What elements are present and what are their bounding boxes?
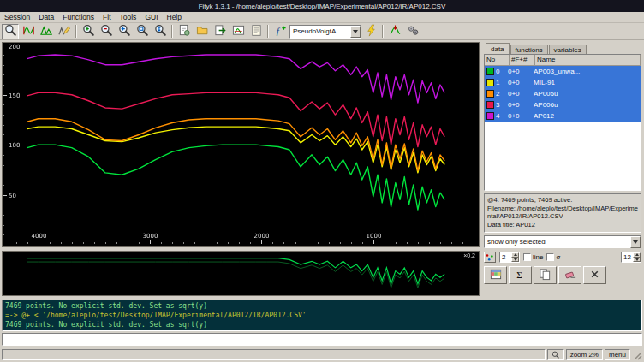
font-size-value: 12: [622, 252, 633, 262]
dataset-color-swatch[interactable]: [486, 112, 494, 120]
dataset-color-swatch[interactable]: [486, 90, 494, 98]
filter-dropdown[interactable]: show only selected: [484, 235, 641, 248]
auto-add-button[interactable]: [362, 24, 379, 39]
show-log-button[interactable]: [247, 24, 265, 39]
point-size-value: 2: [500, 252, 511, 262]
menu-session[interactable]: Session: [0, 13, 34, 21]
auxiliary-plot-canvas[interactable]: [3, 252, 477, 294]
spinner-buttons[interactable]: [511, 252, 519, 262]
add-peak-mode-button[interactable]: [38, 24, 55, 39]
zoom-vert-button[interactable]: [152, 24, 169, 39]
add-function-button[interactable]: f: [271, 24, 289, 39]
dataset-color-swatch[interactable]: [486, 68, 494, 75]
chart-image-icon: [232, 24, 245, 39]
table-icon: [489, 268, 503, 283]
tab-data[interactable]: data: [486, 43, 510, 54]
tab-variables[interactable]: variables: [549, 45, 587, 54]
status-main-segment: [2, 349, 546, 360]
toolbar: fPseudoVoigtA: [0, 23, 644, 40]
output-console[interactable]: 7469 points. No explicit std. dev. Set a…: [2, 300, 642, 331]
menu-gui[interactable]: GUI: [140, 13, 162, 21]
data-grid-header: No#F+#Name: [485, 55, 641, 66]
menu-data[interactable]: Data: [34, 13, 58, 21]
spin-down-icon[interactable]: [511, 258, 519, 263]
menu-help[interactable]: Help: [163, 13, 186, 21]
table-row[interactable]: 40+0AP012: [485, 110, 641, 122]
table-row[interactable]: 10+0MIL-91: [485, 77, 641, 88]
menu-bar: SessionDataFunctionsFitToolsGUIHelp: [0, 12, 644, 23]
erase-data-button[interactable]: [558, 266, 581, 284]
command-input-wrap: [0, 332, 644, 347]
fit-run-button[interactable]: [386, 24, 403, 39]
sidebar-tabs: datafunctionsvariables: [484, 42, 641, 54]
sum-button[interactable]: Σ: [509, 266, 532, 284]
resize-grip[interactable]: [632, 350, 642, 360]
lightning-icon: [365, 24, 378, 39]
zoom-mode-button[interactable]: [2, 24, 19, 39]
function-add-icon: f: [274, 24, 287, 39]
chevron-down-icon: [633, 240, 638, 244]
zoom-out-button[interactable]: [98, 24, 115, 39]
main-plot-canvas[interactable]: [3, 43, 477, 245]
sigma-checkbox[interactable]: [546, 253, 554, 261]
export-data-button[interactable]: [212, 24, 229, 39]
open-data-button[interactable]: [194, 24, 211, 39]
cell-no: 2: [496, 90, 508, 98]
drag-peak-mode-button[interactable]: [56, 24, 73, 39]
table-row[interactable]: 30+0AP006u: [485, 99, 641, 110]
line-checkbox-row: line: [523, 253, 543, 261]
cell-no: 4: [496, 112, 508, 120]
app-window: Fityk 1.3.1 - /home/aleplo/test/Desktop/…: [0, 0, 644, 362]
fit-settings-button[interactable]: [404, 24, 421, 39]
colored-dots-icon: [485, 252, 495, 263]
line-checkbox[interactable]: [523, 253, 531, 261]
data-grid-rows: 00+0AP003_unwa...10+0MIL-9120+0AP005u30+…: [485, 66, 641, 122]
tab-functions[interactable]: functions: [510, 45, 548, 54]
export-icon: [214, 24, 227, 39]
font-size-spinner[interactable]: 12: [621, 252, 641, 263]
spinner-buttons[interactable]: [633, 252, 641, 262]
save-image-button[interactable]: [230, 24, 247, 39]
cell-funcs: 0+0: [508, 68, 534, 75]
info-title-line: Data title: AP012: [487, 221, 638, 229]
table-row[interactable]: 20+0AP005u: [485, 88, 641, 99]
auxiliary-plot: ×0.2: [2, 251, 480, 296]
menu-functions[interactable]: Functions: [58, 13, 98, 21]
toolbar-separator: [382, 25, 384, 38]
menu-fit[interactable]: Fit: [98, 13, 115, 21]
filter-dropdown-arrow[interactable]: [630, 236, 641, 248]
peak-pencil-icon: [58, 24, 71, 39]
dataset-color-swatch[interactable]: [486, 79, 494, 86]
transform-data-button[interactable]: [484, 266, 507, 284]
zoom-prev-button[interactable]: [116, 24, 133, 39]
gears-icon: [407, 24, 420, 39]
cell-funcs: 0+0: [508, 112, 534, 120]
magnifier-plus-icon: [82, 24, 95, 39]
zoom-all-button[interactable]: [134, 24, 151, 39]
point-size-spinner[interactable]: 2: [499, 252, 520, 263]
dropdown-arrow-button[interactable]: [350, 26, 361, 38]
delete-data-button[interactable]: [583, 266, 606, 284]
copy-data-button[interactable]: [534, 266, 557, 284]
data-action-buttons: Σ: [484, 266, 641, 284]
function-type-dropdown[interactable]: PseudoVoigtA: [289, 25, 361, 39]
magnifier-all-icon: [136, 24, 149, 39]
spin-down-icon[interactable]: [633, 258, 641, 263]
exec-script-button[interactable]: [176, 24, 193, 39]
data-range-mode-button[interactable]: [20, 24, 37, 39]
zoom-in-button[interactable]: [80, 24, 97, 39]
dataset-color-swatch[interactable]: [486, 101, 494, 109]
cell-funcs: 0+0: [508, 101, 534, 109]
pages-icon: [539, 268, 552, 283]
cell-funcs: 0+0: [508, 90, 534, 98]
console-line: 7469 points. No explicit std. dev. Set a…: [5, 320, 639, 329]
status-zoom[interactable]: zoom 2%: [566, 349, 603, 360]
display-controls: 2 line σ 12: [484, 251, 641, 264]
point-style-button[interactable]: [484, 252, 496, 263]
table-row[interactable]: 00+0AP003_unwa...: [485, 66, 641, 77]
status-menu[interactable]: menu: [605, 349, 630, 360]
run-icon: [389, 24, 402, 39]
folder-open-icon: [196, 24, 209, 39]
menu-tools[interactable]: Tools: [116, 13, 141, 21]
command-input[interactable]: [2, 333, 642, 346]
